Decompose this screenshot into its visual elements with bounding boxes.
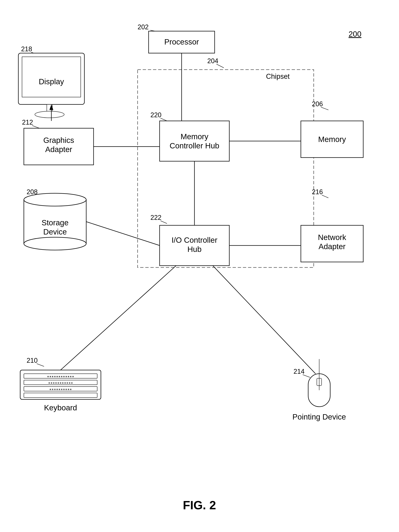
mch-label2: Controller Hub xyxy=(170,141,219,150)
mch-label1: Memory xyxy=(181,132,208,141)
chipset-label: Chipset xyxy=(266,73,290,80)
processor-label: Processor xyxy=(164,38,199,46)
mouse-wheel xyxy=(317,378,322,386)
storage-label1: Storage xyxy=(41,218,68,227)
svg-line-6 xyxy=(37,364,44,366)
mouse-body xyxy=(308,374,330,407)
svg-line-4 xyxy=(321,107,328,110)
ref-214: 214 xyxy=(294,368,305,375)
ref-206: 206 xyxy=(312,100,323,108)
chipset-boundary xyxy=(137,70,314,267)
storage-bottom xyxy=(24,237,86,250)
keyboard-row4 xyxy=(24,393,97,398)
storage-ioch-line xyxy=(86,222,160,246)
graphics-box xyxy=(24,128,94,165)
svg-line-2 xyxy=(150,30,160,32)
network-box xyxy=(301,225,363,262)
ref-210: 210 xyxy=(26,357,38,364)
display-base xyxy=(35,111,64,118)
keyboard-row1 xyxy=(24,374,97,378)
fig-label: FIG. 2 xyxy=(183,499,216,512)
storage-body xyxy=(24,200,86,244)
ioch-label2: Hub xyxy=(187,245,201,253)
ioch-keyboard-line xyxy=(60,266,176,370)
graphics-label1: Graphics xyxy=(43,136,74,145)
svg-line-5 xyxy=(37,195,44,198)
network-label1: Network xyxy=(318,233,346,242)
ref-204: 204 xyxy=(207,57,218,65)
keyboard-keys3: ■ ■ ■ ■ ■ ■ ■ ■ ■ ■ xyxy=(50,388,72,391)
memory-label: Memory xyxy=(318,135,346,144)
svg-line-8 xyxy=(303,375,310,377)
pointing-label1: Pointing Device xyxy=(292,412,346,421)
keyboard-keys1: ■ ■ ■ ■ ■ ■ ■ ■ ■ ■ ■ ■ xyxy=(47,375,74,378)
ref-202: 202 xyxy=(137,23,149,31)
svg-line-10 xyxy=(31,52,39,55)
svg-line-9 xyxy=(322,195,328,198)
svg-line-12 xyxy=(161,221,167,223)
graphics-label2: Adapter xyxy=(45,145,72,154)
keyboard-keys2: ■ ■ ■ ■ ■ ■ ■ ■ ■ ■ ■ xyxy=(48,381,73,384)
display-label: Display xyxy=(39,77,64,86)
svg-line-11 xyxy=(161,118,167,121)
display-screen xyxy=(22,57,81,97)
keyboard-frame xyxy=(20,370,101,399)
mch-box xyxy=(160,121,229,161)
storage-label2: Device xyxy=(43,228,67,236)
keyboard-label: Keyboard xyxy=(44,403,77,412)
ref-220: 220 xyxy=(150,111,161,119)
ref-216: 216 xyxy=(312,188,323,196)
svg-line-3 xyxy=(216,64,224,68)
ref-218: 218 xyxy=(21,45,32,53)
svg-line-7 xyxy=(32,126,39,128)
keyboard-row3 xyxy=(24,386,97,391)
display-neck xyxy=(47,104,52,114)
ref-208: 208 xyxy=(26,188,38,196)
ref-222: 222 xyxy=(150,214,161,221)
display-frame xyxy=(18,53,84,104)
processor-box xyxy=(149,31,215,53)
memory-box xyxy=(301,121,363,158)
ioch-label1: I/O Controller xyxy=(171,236,217,244)
network-label2: Adapter xyxy=(319,242,346,251)
ref-212: 212 xyxy=(22,119,33,126)
ref-200: 200 xyxy=(348,30,361,38)
keyboard-row2 xyxy=(24,380,97,385)
ioch-box xyxy=(160,225,229,266)
storage-top xyxy=(24,193,86,206)
ioch-mouse-line xyxy=(213,266,315,374)
